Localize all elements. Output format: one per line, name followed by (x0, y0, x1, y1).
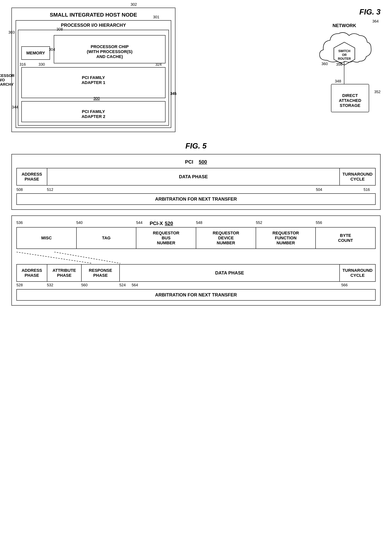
memory-box: MEMORY (21, 46, 50, 60)
pcix-top-refs: 536 540 544 PCI-X 520 548 552 556 (16, 220, 376, 226)
pcix-section: 536 540 544 PCI-X 520 548 552 556 MISC T… (11, 215, 381, 306)
pcix-ref: 520 (165, 220, 173, 226)
pci-phases-row: ADDRESS PHASE DATA PHASE TURNAROUND CYCL… (16, 168, 376, 186)
host-node-title: SMALL INTEGRATED HOST NODE (16, 12, 171, 18)
ref-360: 360 (322, 62, 328, 66)
storage-box: DIRECT ATTACHED STORAGE (331, 84, 369, 112)
pcix-bottom-refs: 528 532 560 524 564 566 (16, 283, 376, 287)
io-hierarchy-left-label: PROCESSOR I/O HIERARCHY (0, 69, 18, 87)
ref-303: 303 (8, 30, 15, 34)
pci-adapter1-box: PCI FAMILY ADAPTER 1 345 (21, 67, 165, 98)
io-hierarchy-outer: PROCESSOR I/O HIERARCHY 303 301 308 (16, 20, 171, 128)
ref-324: 324 (155, 62, 162, 67)
ref-524-label: 524 (119, 283, 126, 287)
fig3-title: FIG. 3 (359, 8, 381, 16)
pci-adapter2-box: PCI FAMILY ADAPTER 2 (21, 101, 165, 122)
ref-304: 304 (49, 47, 55, 52)
connector-vertical (344, 61, 344, 84)
storage-area: DIRECT ATTACHED STORAGE 352 348 (331, 84, 369, 112)
pci-address-phase: ADDRESS PHASE (17, 168, 47, 185)
processor-chip-box: PROCESSOR CHIP (WITH PROCESSOR(S) AND CA… (54, 35, 165, 63)
pcix-response-phase: RESPONSE PHASE (82, 265, 120, 281)
ref-508: 508 (16, 187, 47, 192)
ref-548: 548 (196, 220, 256, 226)
network-area: NETWORK SWITCH OR ROUTER 360 (316, 23, 373, 68)
fig3-section: SMALL INTEGRATED HOST NODE 302 PROCESSOR… (11, 8, 381, 306)
pcix-arbitration: ARBITRATION FOR NEXT TRANSFER (16, 289, 376, 301)
ref-352: 352 (374, 90, 381, 94)
pci-arbitration: ARBITRATION FOR NEXT TRANSFER (16, 193, 376, 205)
ref-356: 356 (336, 62, 342, 67)
pci-section-header: PCI 500 (16, 159, 376, 165)
ref-536: 536 (16, 220, 76, 226)
ref-528-label: 528 (16, 283, 47, 287)
ref-330: 330 (38, 62, 45, 67)
ref-300: 300 (93, 96, 100, 100)
fig5-title: FIG. 5 (11, 142, 381, 150)
ref-544: 544 (136, 220, 142, 225)
ref-564-group: 524 564 (119, 283, 341, 287)
ref-348: 348 (335, 79, 341, 83)
ref-516: 516 (364, 187, 370, 192)
pcix-requestor-function: REQUESTOR FUNCTION NUMBER (256, 228, 316, 248)
io-hierarchy-label: PROCESSOR I/O HIERARCHY (18, 23, 169, 28)
ref-564-label: 564 (132, 283, 138, 287)
ref-532-label: 532 (47, 283, 81, 287)
pcix-data-phase: DATA PHASE (120, 265, 340, 281)
ref-556: 556 (316, 220, 376, 226)
ref-552: 552 (256, 220, 316, 226)
pcix-attribute-phase: ATTRIBUTE PHASE (47, 265, 82, 281)
svg-line-4 (16, 252, 92, 263)
pci-data-phase: DATA PHASE (47, 168, 340, 185)
ref-302: 302 (131, 2, 137, 7)
ref-540: 540 (76, 220, 136, 226)
pci-refs-row: 508 512 504 516 (16, 187, 376, 192)
svg-text:OR: OR (342, 53, 347, 57)
pcix-bottom-phases-row: ADDRESS PHASE ATTRIBUTE PHASE RESPONSE P… (16, 264, 376, 282)
pcix-misc: MISC (17, 228, 77, 248)
pcix-turnaround-cycle: TURNAROUND CYCLE (340, 265, 375, 281)
ref-344: 344 (12, 105, 18, 109)
ref-316: 316 (19, 62, 26, 67)
ref-308: 308 (56, 27, 63, 32)
pci-turnaround-cycle: TURNAROUND CYCLE (340, 168, 375, 185)
processor-inner-box: 308 MEMORY 304 PROCESSOR CHI (18, 30, 169, 126)
dashed-connectors (16, 252, 376, 263)
svg-text:ROUTER: ROUTER (338, 57, 351, 60)
pci-section: PCI 500 ADDRESS PHASE DATA PHASE TURNARO… (11, 154, 381, 210)
ref-364: 364 (372, 19, 379, 24)
pcix-requestor-device: REQUESTOR DEVICE NUMBER (196, 228, 256, 248)
ref-345: 345 (170, 87, 177, 96)
ref-512: 512 (47, 187, 376, 192)
pcix-address-phase: ADDRESS PHASE (17, 265, 47, 281)
ref-301: 301 (153, 15, 159, 19)
svg-line-5 (54, 252, 120, 263)
pcix-header-row: MISC TAG REQUESTOR BUS NUMBER REQUESTOR … (16, 227, 376, 249)
fig3-right: FIG. 3 364 NETWORK SWITCH OR ROUTER (191, 8, 381, 115)
pcix-label: PCI-X (150, 220, 163, 226)
svg-text:SWITCH: SWITCH (338, 49, 350, 53)
pcix-requestor-bus: REQUESTOR BUS NUMBER (136, 228, 196, 248)
ref-560-label: 560 (81, 283, 119, 287)
ref-504: 504 (316, 187, 322, 192)
host-node-box: SMALL INTEGRATED HOST NODE 302 PROCESSOR… (11, 8, 175, 132)
network-label: NETWORK (316, 23, 373, 28)
ref-566-label: 566 (341, 283, 376, 287)
pcix-tag: TAG (77, 228, 136, 248)
pcix-byte-count: BYTE COUNT (316, 228, 375, 248)
